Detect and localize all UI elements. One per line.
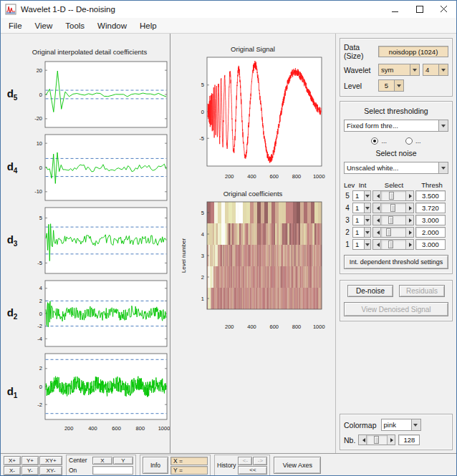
slider-thumb[interactable] xyxy=(386,228,391,236)
zoom-xy-plus-button[interactable]: XY+ xyxy=(39,456,62,465)
int-dependent-threshold-button[interactable]: Int. dependent threshold settings xyxy=(344,255,448,269)
threshold-field-lev5[interactable]: 3.500 xyxy=(415,190,446,201)
window-title: Wavelet 1-D -- De-noising xyxy=(21,5,383,14)
slider-left-arrow-icon[interactable] xyxy=(373,203,381,213)
residuals-button[interactable]: Residuals xyxy=(399,285,445,297)
wavelet-label: Wavelet xyxy=(344,66,378,74)
threshold-field-lev2[interactable]: 2.000 xyxy=(415,227,446,238)
slider-thumb[interactable] xyxy=(374,436,379,444)
threshold-slider-lev5[interactable] xyxy=(372,190,414,201)
detail-coefficients-panel: Original interpolated detail coefficient… xyxy=(1,34,170,453)
colormap-dropdown[interactable]: pink xyxy=(381,419,421,431)
threshold-field-lev4[interactable]: 3.720 xyxy=(415,203,446,213)
menu-help[interactable]: Help xyxy=(133,19,163,32)
plot-box[interactable] xyxy=(45,135,167,200)
colormap-label: Colormap xyxy=(344,421,377,429)
x-tick-label: 400 xyxy=(247,324,256,330)
select-noise-label: Select noise xyxy=(344,149,448,157)
int-dropdown-lev3[interactable]: 1 xyxy=(352,215,371,225)
view-denoised-signal-button[interactable]: View Denoised Signal xyxy=(344,302,448,316)
threshold-field-lev3[interactable]: 3.000 xyxy=(415,215,446,225)
info-button[interactable]: Info xyxy=(143,457,168,474)
int-dropdown-lev4[interactable]: 1 xyxy=(352,203,371,213)
slider-thumb[interactable] xyxy=(388,241,393,248)
level-dropdown[interactable]: 5 xyxy=(378,79,404,92)
minimize-button[interactable] xyxy=(383,1,408,18)
x-tick-label: 800 xyxy=(292,173,302,180)
detail-plot-d1[interactable]: 20-22004006008001000 xyxy=(24,352,170,432)
view-axes-button[interactable]: View Axes xyxy=(274,457,321,474)
menu-file[interactable]: File xyxy=(2,19,29,32)
slider-right-arrow-icon[interactable] xyxy=(405,228,413,237)
zoom-x-plus-button[interactable]: X+ xyxy=(4,456,21,465)
thresholding-method-dropdown[interactable]: Fixed form thre... xyxy=(344,120,448,132)
chevron-down-icon xyxy=(364,240,370,249)
history-back-button[interactable]: <- xyxy=(238,457,252,465)
menu-window[interactable]: Window xyxy=(91,19,133,32)
noise-method-dropdown[interactable]: Unscaled white... xyxy=(344,162,448,174)
center-x-button[interactable]: X xyxy=(92,457,112,465)
chevron-down-icon xyxy=(364,191,370,200)
slider-thumb[interactable] xyxy=(389,192,394,200)
x-tick-label: 200 xyxy=(64,425,74,432)
y-tick-label: 1 xyxy=(201,296,204,302)
left-panel-title: Original interpolated detail coefficient… xyxy=(11,48,168,56)
history-label: History xyxy=(217,462,236,469)
threshold-slider-lev4[interactable] xyxy=(372,203,414,213)
denoise-button[interactable]: De-noise xyxy=(347,285,393,297)
detail-plot-d3[interactable]: 5-5 xyxy=(24,206,170,275)
original-coefficients-plot[interactable]: 54321Level number2004006008001000 xyxy=(177,200,329,331)
history-forward-button[interactable]: -> xyxy=(253,457,267,465)
detail-plot-d5[interactable]: 200-20 xyxy=(24,60,170,129)
radio-hard[interactable]: ... xyxy=(405,137,421,145)
int-dropdown-lev1[interactable]: 1 xyxy=(352,239,371,250)
zoom-x-minus-button[interactable]: X- xyxy=(4,466,21,475)
zoom-xy-minus-button[interactable]: XY- xyxy=(39,466,62,475)
slider-right-arrow-icon[interactable] xyxy=(405,215,413,225)
menu-tools[interactable]: Tools xyxy=(59,19,91,32)
slider-thumb[interactable] xyxy=(388,216,393,224)
int-dropdown-lev5[interactable]: 1 xyxy=(352,190,371,201)
radio-soft[interactable]: ... xyxy=(371,137,387,145)
threshold-slider-lev2[interactable] xyxy=(372,227,414,238)
slider-right-arrow-icon[interactable] xyxy=(387,435,395,445)
slider-right-arrow-icon[interactable] xyxy=(405,191,413,200)
maximize-button[interactable] xyxy=(408,1,432,18)
slider-thumb[interactable] xyxy=(390,204,395,212)
original-signal-plot[interactable]: 50-52004006008001000 xyxy=(177,55,329,181)
menu-view[interactable]: View xyxy=(29,19,59,32)
y-tick-label: 10 xyxy=(37,140,42,147)
slider-left-arrow-icon[interactable] xyxy=(373,215,381,225)
slider-left-arrow-icon[interactable] xyxy=(373,191,381,200)
soft-hard-radio-row: ... ... xyxy=(344,137,448,145)
threshold-slider-lev1[interactable] xyxy=(372,239,414,250)
threshold-field-lev1[interactable]: 3.000 xyxy=(415,239,446,250)
threshold-slider-lev3[interactable] xyxy=(372,215,414,225)
close-button[interactable] xyxy=(432,1,456,18)
detail-plot-d2[interactable]: 420-2-4 xyxy=(24,279,170,348)
plot-box[interactable] xyxy=(207,57,322,166)
int-dropdown-lev2[interactable]: 1 xyxy=(352,227,371,238)
x-tick-label: 1000 xyxy=(313,173,325,180)
zoom-y-plus-button[interactable]: Y+ xyxy=(21,456,39,465)
colormap-frame: Colormap pink Nb. 128 xyxy=(340,414,453,450)
wavelet-family-dropdown[interactable]: sym xyxy=(378,64,420,76)
slider-right-arrow-icon[interactable] xyxy=(405,203,413,213)
y-tick-label: 2 xyxy=(201,274,204,281)
slider-left-arrow-icon[interactable] xyxy=(373,228,381,237)
nb-colors-slider[interactable] xyxy=(358,434,395,445)
zoom-y-minus-button[interactable]: Y- xyxy=(21,466,39,475)
plot-box[interactable] xyxy=(45,62,167,127)
detail-plot-d4[interactable]: 100-10 xyxy=(24,133,170,202)
slider-right-arrow-icon[interactable] xyxy=(405,240,413,249)
center-y-button[interactable]: Y xyxy=(113,457,133,465)
x-tick-label: 1000 xyxy=(158,425,170,432)
nb-colors-field[interactable]: 128 xyxy=(398,434,420,445)
slider-left-arrow-icon[interactable] xyxy=(359,435,367,445)
y-tick-label: 4 xyxy=(201,231,204,238)
wavelet-order-dropdown[interactable]: 4 xyxy=(423,64,448,76)
slider-left-arrow-icon[interactable] xyxy=(373,240,381,249)
center-on-input[interactable] xyxy=(92,466,133,475)
history-all-button[interactable]: << xyxy=(238,466,267,475)
d3-label: d3 xyxy=(1,233,24,248)
